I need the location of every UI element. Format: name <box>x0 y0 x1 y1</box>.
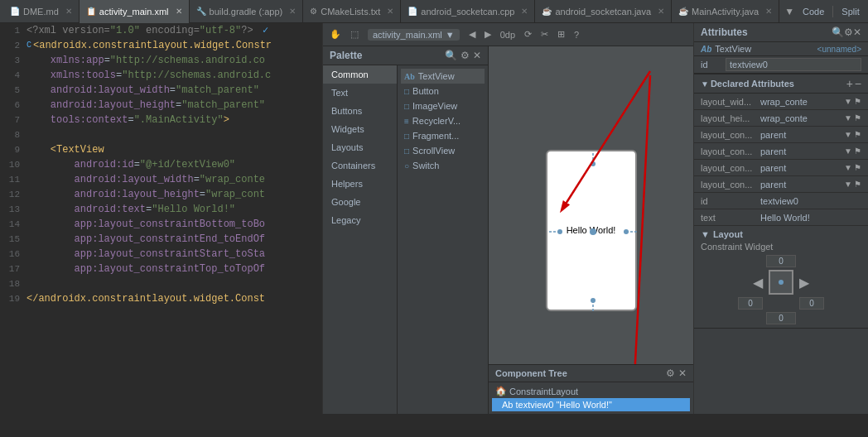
palette-search-btn[interactable]: 🔍 <box>445 50 457 61</box>
tab-build-gradle-close[interactable]: ✕ <box>289 7 296 16</box>
category-text[interactable]: Text <box>323 84 397 102</box>
tab-build-gradle[interactable]: 🔧 build.gradle (:app) ✕ <box>190 0 304 23</box>
constraint-top-input[interactable] <box>766 255 796 267</box>
tab-mainactivity-close[interactable]: ✕ <box>765 7 772 16</box>
constraint-right-input[interactable] <box>799 297 824 310</box>
design-btn-table[interactable]: ⊞ <box>554 27 568 41</box>
line-num-5: 5 <box>3 83 27 98</box>
attr-layout-width-edit[interactable]: ⚑ <box>854 97 861 106</box>
tab-socketcan-cpp[interactable]: 📄 android_socketcan.cpp ✕ <box>401 0 535 23</box>
tree-title: Component Tree <box>495 368 663 378</box>
canvas-area[interactable]: Hello World! C <box>489 46 693 414</box>
line-num-12: 12 <box>3 187 27 202</box>
tree-close-btn[interactable]: ✕ <box>678 367 687 379</box>
attr-id-input[interactable] <box>726 58 861 71</box>
attr-constraint-4-edit[interactable]: ⚑ <box>854 180 861 189</box>
gutter-c: C <box>27 38 31 53</box>
attr-title: Attributes <box>701 26 832 38</box>
category-helpers[interactable]: Helpers <box>323 175 397 193</box>
line-content-9: <TextView <box>27 142 322 157</box>
category-buttons[interactable]: Buttons <box>323 102 397 120</box>
attr-constraint-4-dropdown[interactable]: ▼ <box>844 180 852 189</box>
tab-cmakelists-close[interactable]: ✕ <box>387 7 393 16</box>
palette-close-btn[interactable]: ✕ <box>473 50 481 61</box>
widget-button[interactable]: □ Button <box>401 84 485 98</box>
declared-add-btn[interactable]: + <box>846 77 853 90</box>
design-toolbar-btn2[interactable]: ⬚ <box>347 27 362 41</box>
editor-line-11: 11 android:layout_width="wrap_conte <box>0 172 322 187</box>
category-layouts[interactable]: Layouts <box>323 138 397 156</box>
editor-content[interactable]: 1 <?xml version="1.0" encoding="utf-8"?>… <box>0 23 322 414</box>
tab-cmakelists[interactable]: ⚙ CMakeLists.txt ✕ <box>303 0 401 23</box>
attr-constraint-2-edit[interactable]: ⚑ <box>854 146 861 156</box>
attr-constraint-2-dropdown[interactable]: ▼ <box>844 146 852 156</box>
attr-layout-width-value: wrap_conte <box>760 97 844 107</box>
constraint-top-row <box>766 255 796 267</box>
constraint-left-input[interactable] <box>738 297 763 310</box>
phone-frame: Hello World! <box>546 150 637 311</box>
design-btn-margin[interactable]: 0dp <box>497 28 518 41</box>
tab-more[interactable]: ▼ <box>779 6 799 17</box>
category-containers[interactable]: Containers <box>323 156 397 175</box>
tab-mainactivity[interactable]: ☕ MainActivity.java ✕ <box>672 0 779 23</box>
declared-collapse-icon[interactable]: ▼ <box>701 79 709 89</box>
category-widgets[interactable]: Widgets <box>323 120 397 138</box>
category-common[interactable]: Common <box>323 65 397 84</box>
code-button[interactable]: Code <box>799 6 827 17</box>
attr-layout-width-dropdown[interactable]: ▼ <box>844 97 852 106</box>
category-google[interactable]: Google <box>323 193 397 211</box>
palette-header: Palette 🔍 ⚙ ✕ <box>323 46 488 65</box>
design-btn-tools[interactable]: ✂ <box>538 27 552 41</box>
split-button[interactable]: Split <box>838 6 862 17</box>
editor-line-3: 3 xmlns:app="http://schemas.android.co <box>0 53 322 68</box>
design-btn-help[interactable]: ? <box>571 28 582 41</box>
filename-dropdown[interactable]: activity_main.xml ▼ <box>368 29 460 41</box>
attr-constraint-1-edit[interactable]: ⚑ <box>854 130 861 139</box>
attr-layout-height-edit[interactable]: ⚑ <box>854 113 861 122</box>
tab-dme-close[interactable]: ✕ <box>65 7 72 16</box>
attr-id-row: id <box>694 56 868 74</box>
attr-row-layout-width: layout_wid... wrap_conte ▼ ⚑ <box>694 94 868 110</box>
widget-switch[interactable]: ○ Switch <box>401 158 485 173</box>
design-btn-refresh[interactable]: ⟳ <box>521 27 535 41</box>
widget-fragment[interactable]: □ Fragment... <box>401 128 485 143</box>
widget-imageview[interactable]: □ ImageView <box>401 98 485 113</box>
line-num-3: 3 <box>3 53 27 68</box>
tab-socketcan-java[interactable]: ☕ android_socketcan.java ✕ <box>535 0 672 23</box>
attr-constraint-3-edit[interactable]: ⚑ <box>854 163 861 172</box>
tab-socketcan-cpp-close[interactable]: ✕ <box>521 7 528 16</box>
tree-item-textview[interactable]: Ab textview0 "Hello World!" <box>492 398 690 411</box>
attr-layout-height-dropdown[interactable]: ▼ <box>844 113 852 122</box>
tab-dme[interactable]: 📄 DME.md ✕ <box>3 0 80 23</box>
category-legacy[interactable]: Legacy <box>323 211 397 229</box>
constraint-bottom-input[interactable] <box>766 312 796 324</box>
palette-gear-btn[interactable]: ⚙ <box>461 50 470 61</box>
imageview-icon: □ <box>404 102 409 111</box>
tab-activity-main[interactable]: 📋 activity_main.xml ✕ <box>80 0 190 23</box>
tree-constraintlayout-icon: 🏠 <box>495 386 507 396</box>
attr-row-id: id textview0 <box>694 193 868 209</box>
design-toolbar-btn1[interactable]: ✋ <box>326 27 345 41</box>
tab-activity-main-close[interactable]: ✕ <box>176 7 182 16</box>
widget-switch-label: Switch <box>412 161 439 170</box>
attr-close-btn[interactable]: ✕ <box>853 26 861 38</box>
attr-gear-btn[interactable]: ⚙ <box>844 26 853 38</box>
tab-activity-main-label: activity_main.xml <box>99 7 169 17</box>
design-btn-back[interactable]: ◀ <box>465 27 479 41</box>
line-num-9: 9 <box>3 142 27 157</box>
declared-remove-btn[interactable]: − <box>855 77 861 90</box>
layout-title[interactable]: ▼ Layout <box>701 229 861 239</box>
line-num-7: 7 <box>3 113 27 127</box>
tree-gear-btn[interactable]: ⚙ <box>666 367 675 379</box>
widget-scrollview[interactable]: □ ScrollView <box>401 143 485 158</box>
design-btn-forward[interactable]: ▶ <box>481 27 494 41</box>
attr-constraint-1-dropdown[interactable]: ▼ <box>844 130 852 139</box>
attr-constraint-3-dropdown[interactable]: ▼ <box>844 163 852 172</box>
attr-search-btn[interactable]: 🔍 <box>832 26 844 38</box>
widget-textview[interactable]: Ab TextView <box>401 69 485 84</box>
constraint-widget: ◀ ▶ <box>701 255 861 324</box>
tab-socketcan-java-close[interactable]: ✕ <box>658 7 664 16</box>
widget-recyclerview[interactable]: ≡ RecyclerV... <box>401 113 485 128</box>
line-content-16: app:layout_constraintStart_toSta <box>27 247 322 262</box>
tree-item-constraintlayout[interactable]: 🏠 ConstraintLayout <box>492 384 690 398</box>
